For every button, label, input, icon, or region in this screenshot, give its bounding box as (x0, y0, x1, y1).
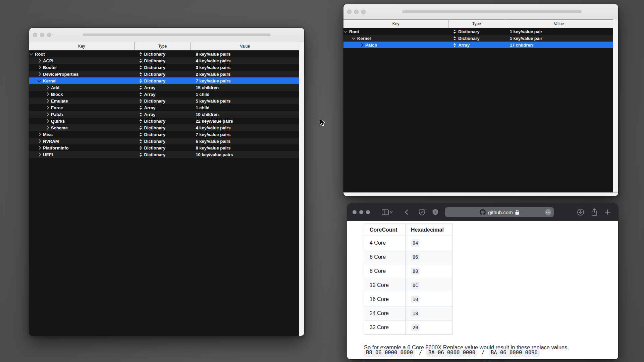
plist-row-booter[interactable]: BooterDictionary3 key/value pairs (29, 64, 299, 71)
type-label: Dictionary (144, 139, 166, 144)
column-header-value[interactable]: Value (505, 20, 613, 28)
disclosure-collapsed-icon[interactable] (45, 126, 49, 129)
disclosure-collapsed-icon[interactable] (45, 99, 49, 103)
disclosure-expanded-icon[interactable] (29, 52, 33, 55)
minimize-button[interactable] (354, 10, 359, 14)
back-icon[interactable] (405, 209, 408, 215)
disclosure-collapsed-icon[interactable] (37, 153, 41, 156)
type-cell[interactable]: Dictionary (135, 65, 191, 70)
corecount-table: CoreCountHexadecimal 4 Core046 Core068 C… (364, 224, 452, 335)
type-cell[interactable]: Dictionary (135, 145, 191, 150)
minimize-button[interactable] (40, 33, 44, 37)
disclosure-expanded-icon[interactable] (352, 36, 355, 40)
disclosure-collapsed-icon[interactable] (37, 59, 41, 62)
type-cell[interactable]: Dictionary (135, 139, 191, 144)
key-cell: Scheme (29, 125, 135, 130)
value-cell: 2 key/value pairs (191, 72, 299, 77)
disclosure-expanded-icon[interactable] (343, 29, 347, 33)
hexadecimal-cell: 08 (406, 264, 452, 278)
disclosure-collapsed-icon[interactable] (45, 85, 49, 89)
address-bar[interactable]: github.com (445, 207, 554, 217)
vertical-scrollbar[interactable] (613, 19, 618, 192)
plist-row-misc[interactable]: MiscDictionary7 key/value pairs (29, 131, 299, 138)
type-cell[interactable]: Dictionary (135, 58, 191, 63)
disclosure-collapsed-icon[interactable] (37, 72, 41, 76)
page-settings-icon[interactable] (545, 209, 551, 216)
plist-row-root[interactable]: RootDictionary8 key/value pairs (29, 51, 299, 57)
disclosure-collapsed-icon[interactable] (37, 146, 41, 149)
plist-row-deviceproperties[interactable]: DevicePropertiesDictionary2 key/value pa… (29, 71, 299, 77)
window-title-bar[interactable] (29, 28, 304, 42)
type-cell[interactable]: Dictionary (135, 132, 191, 137)
plist-row-scheme[interactable]: SchemeDictionary4 key/value pairs (29, 124, 299, 131)
type-cell[interactable]: Dictionary (448, 29, 505, 34)
plist-row-patch[interactable]: PatchArray10 children (29, 111, 299, 118)
plist-row-root[interactable]: RootDictionary1 key/value pair (343, 28, 613, 35)
new-tab-icon[interactable] (605, 209, 610, 215)
zoom-button[interactable] (366, 210, 370, 214)
plist-row-nvram[interactable]: NVRAMDictionary6 key/value pairs (29, 138, 299, 144)
type-cell[interactable]: Dictionary (135, 99, 191, 104)
column-header-key[interactable]: Key (29, 42, 135, 50)
titlebar-scrollbar[interactable] (83, 34, 271, 36)
type-cell[interactable]: Dictionary (448, 36, 505, 41)
window-title-bar[interactable] (343, 4, 618, 20)
zoom-button[interactable] (361, 10, 366, 14)
type-cell[interactable]: Array (135, 92, 191, 97)
type-cell[interactable]: Dictionary (135, 125, 191, 130)
plist-row-uefi[interactable]: UEFIDictionary10 key/value pairs (29, 151, 299, 158)
type-cell[interactable]: Dictionary (135, 72, 191, 77)
column-header-key[interactable]: Key (343, 20, 448, 28)
type-cell[interactable]: Dictionary (135, 78, 191, 83)
type-cell[interactable]: Array (448, 43, 505, 48)
hexadecimal-cell: 18 (406, 306, 452, 320)
column-header-type[interactable]: Type (135, 42, 191, 50)
downloads-icon[interactable] (577, 208, 584, 216)
type-cell[interactable]: Array (135, 105, 191, 110)
column-header-value[interactable]: Value (191, 42, 299, 50)
plist-row-acpi[interactable]: ACPIDictionary4 key/value pairs (29, 57, 299, 64)
disclosure-collapsed-icon[interactable] (37, 65, 41, 69)
disclosure-collapsed-icon[interactable] (45, 119, 49, 123)
horizontal-scrollbar[interactable] (343, 192, 618, 196)
key-cell: Kernel (343, 36, 448, 41)
plist-row-quirks[interactable]: QuirksDictionary22 key/value pairs (29, 118, 299, 124)
plist-row-emulate[interactable]: EmulateDictionary5 key/value pairs (29, 98, 299, 104)
disclosure-collapsed-icon[interactable] (45, 112, 49, 116)
disclosure-collapsed-icon[interactable] (37, 132, 41, 136)
minimize-button[interactable] (359, 210, 363, 214)
key-cell: Patch (29, 112, 135, 117)
privacy-shield-icon[interactable] (418, 208, 426, 216)
disclosure-collapsed-icon[interactable] (45, 106, 49, 109)
value-cell: 17 children (505, 43, 613, 48)
plist-row-patch[interactable]: PatchArray17 children (343, 42, 613, 48)
close-button[interactable] (33, 33, 37, 37)
close-button[interactable] (353, 210, 357, 214)
share-icon[interactable] (591, 208, 598, 216)
type-cell[interactable]: Array (135, 112, 191, 117)
disclosure-expanded-icon[interactable] (37, 78, 41, 82)
vertical-scrollbar[interactable] (299, 42, 304, 336)
key-cell: Block (29, 92, 135, 97)
extension-shield-icon[interactable] (432, 208, 439, 216)
type-cell[interactable]: Dictionary (135, 119, 191, 124)
sidebar-icon[interactable] (382, 209, 393, 215)
disclosure-collapsed-icon[interactable] (360, 43, 363, 47)
plist-row-kernel[interactable]: KernelDictionary1 key/value pair (343, 35, 613, 42)
plist-row-platforminfo[interactable]: PlatformInfoDictionary8 key/value pairs (29, 144, 299, 151)
column-header-type[interactable]: Type (448, 20, 505, 28)
type-cell[interactable]: Array (135, 85, 191, 90)
plist-row-block[interactable]: BlockArray1 child (29, 91, 299, 98)
plist-row-force[interactable]: ForceArray1 child (29, 104, 299, 111)
zoom-button[interactable] (47, 33, 51, 37)
disclosure-collapsed-icon[interactable] (37, 139, 41, 143)
type-cell[interactable]: Dictionary (135, 152, 191, 157)
plist-row-kernel[interactable]: KernelDictionary7 key/value pairs (29, 77, 299, 84)
disclosure-collapsed-icon[interactable] (45, 92, 49, 96)
type-label: Dictionary (144, 65, 166, 70)
mouse-cursor (319, 118, 327, 127)
plist-row-add[interactable]: AddArray15 children (29, 84, 299, 91)
type-cell[interactable]: Dictionary (135, 52, 191, 57)
close-button[interactable] (347, 10, 352, 14)
titlebar-scrollbar[interactable] (402, 10, 582, 13)
